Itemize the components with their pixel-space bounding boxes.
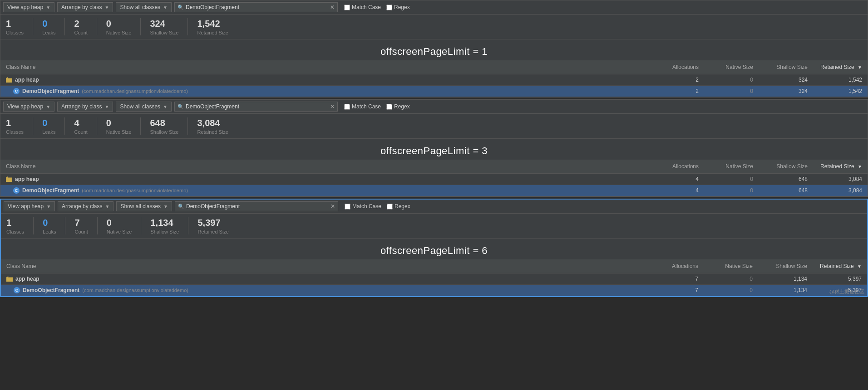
th-allocations: Allocations xyxy=(650,161,704,171)
td-class-name: CDemoObjectFragment (com.madchan.designa… xyxy=(0,86,650,97)
close-icon[interactable]: ✕ xyxy=(330,203,335,210)
chevron-down-icon: ▼ xyxy=(105,204,109,209)
show-dropdown[interactable]: Show all classes▼ xyxy=(116,102,172,112)
stats-row: 1 Classes 0 Leaks 7 Count 0 Native Size … xyxy=(1,214,867,239)
td-retained-size: 5,397 xyxy=(813,273,867,284)
class-icon: C xyxy=(13,187,20,194)
arrange-dropdown[interactable]: Arrange by class▼ xyxy=(57,2,113,12)
search-input[interactable] xyxy=(186,203,329,210)
close-icon[interactable]: ✕ xyxy=(330,103,335,110)
table-row[interactable]: CDemoObjectFragment (com.madchan.designa… xyxy=(0,86,868,97)
th-class-name: Class Name xyxy=(0,62,650,72)
td-shallow-size: 324 xyxy=(759,86,813,97)
td-allocations: 7 xyxy=(649,273,704,284)
regex-label[interactable]: Regex xyxy=(387,203,410,210)
stat-label: Shallow Size xyxy=(150,30,178,35)
stat-item-leaks: 0 Leaks xyxy=(42,18,65,35)
stat-value: 0 xyxy=(42,18,47,29)
arrange-dropdown[interactable]: Arrange by class▼ xyxy=(57,102,113,112)
stat-value: 0 xyxy=(43,217,48,228)
stat-value: 0 xyxy=(42,117,47,128)
stat-item-classes: 1 Classes xyxy=(6,117,33,135)
table-header: Class NameAllocationsNative SizeShallow … xyxy=(0,160,868,174)
row-name: app heap xyxy=(15,77,39,83)
close-icon[interactable]: ✕ xyxy=(330,4,335,10)
td-native-size: 0 xyxy=(704,86,759,97)
search-box: 🔍 ✕ xyxy=(174,102,338,112)
view-dropdown[interactable]: View app heap▼ xyxy=(3,2,54,12)
match-case-label[interactable]: Match Case xyxy=(344,103,381,110)
show-dropdown-label: Show all classes xyxy=(120,203,161,210)
view-dropdown[interactable]: View app heap▼ xyxy=(3,102,54,112)
th-class-name: Class Name xyxy=(1,261,649,271)
arrange-dropdown[interactable]: Arrange by class▼ xyxy=(58,201,113,211)
regex-label[interactable]: Regex xyxy=(386,4,410,10)
search-icon: 🔍 xyxy=(178,204,184,210)
stat-item-shallow-size: 1,134 Shallow Size xyxy=(150,217,188,234)
td-native-size: 0 xyxy=(704,285,758,296)
show-dropdown[interactable]: Show all classes▼ xyxy=(116,2,172,12)
chevron-down-icon: ▼ xyxy=(104,5,109,10)
chevron-down-icon: ▼ xyxy=(46,204,51,209)
match-case-checkbox[interactable] xyxy=(344,104,350,110)
view-dropdown-label: View app heap xyxy=(7,4,43,10)
td-shallow-size: 648 xyxy=(759,185,813,196)
toolbar: View app heap▼Arrange by class▼Show all … xyxy=(0,0,868,15)
th-shallow-size: Shallow Size xyxy=(759,62,813,72)
folder-icon xyxy=(6,276,13,282)
filter-checkboxes: Match Case Regex xyxy=(344,103,410,110)
filter-checkboxes: Match Case Regex xyxy=(345,203,410,210)
stat-item-count: 2 Count xyxy=(74,18,97,35)
search-icon: 🔍 xyxy=(178,5,184,10)
regex-checkbox[interactable] xyxy=(386,104,392,110)
td-allocations: 7 xyxy=(649,285,704,296)
td-class-name: app heap xyxy=(0,174,650,185)
th-retained-size[interactable]: Retained Size ▼ xyxy=(813,62,868,72)
match-case-checkbox[interactable] xyxy=(344,5,350,10)
view-dropdown-label: View app heap xyxy=(8,203,44,210)
stat-value: 5,397 xyxy=(197,217,220,228)
stat-label: Count xyxy=(74,129,87,135)
toolbar: View app heap▼Arrange by class▼Show all … xyxy=(0,100,868,114)
toolbar: View app heap▼Arrange by class▼Show all … xyxy=(1,200,867,214)
search-input[interactable] xyxy=(186,103,328,110)
td-retained-size: 3,084 xyxy=(813,185,868,196)
show-dropdown[interactable]: Show all classes▼ xyxy=(116,201,172,211)
th-retained-size[interactable]: Retained Size ▼ xyxy=(813,261,867,271)
chevron-down-icon: ▼ xyxy=(163,104,168,109)
stat-value: 1,542 xyxy=(197,18,220,29)
stat-label: Native Size xyxy=(107,229,132,234)
stat-item-leaks: 0 Leaks xyxy=(42,117,65,135)
search-input[interactable] xyxy=(186,4,328,10)
view-dropdown[interactable]: View app heap▼ xyxy=(4,201,55,211)
td-right: 701,1345,397 xyxy=(649,273,867,284)
table-row[interactable]: app heap406483,084 xyxy=(0,174,868,185)
td-shallow-size: 1,134 xyxy=(758,273,813,284)
stat-label: Retained Size xyxy=(197,30,228,35)
td-native-size: 0 xyxy=(704,185,759,196)
match-case-label[interactable]: Match Case xyxy=(344,4,381,10)
stat-item-shallow-size: 648 Shallow Size xyxy=(150,117,188,135)
stat-label: Leaks xyxy=(42,129,55,135)
table-row[interactable]: CDemoObjectFragment (com.madchan.designa… xyxy=(1,285,867,296)
td-allocations: 2 xyxy=(650,74,704,85)
regex-checkbox[interactable] xyxy=(386,5,392,10)
stat-item-leaks: 0 Leaks xyxy=(43,217,65,234)
stat-value: 648 xyxy=(150,117,165,128)
match-case-checkbox[interactable] xyxy=(345,204,350,210)
table-row[interactable]: app heap701,1345,397 xyxy=(1,273,867,285)
th-retained-size[interactable]: Retained Size ▼ xyxy=(813,161,868,171)
stat-value: 2 xyxy=(74,18,79,29)
table-row[interactable]: app heap203241,542 xyxy=(0,74,868,86)
regex-checkbox[interactable] xyxy=(387,204,393,210)
stat-value: 1,134 xyxy=(150,217,173,228)
view-dropdown-label: View app heap xyxy=(7,103,43,110)
td-allocations: 2 xyxy=(650,86,704,97)
show-dropdown-label: Show all classes xyxy=(120,4,160,10)
search-box: 🔍 ✕ xyxy=(174,2,338,12)
table-row[interactable]: CDemoObjectFragment (com.madchan.designa… xyxy=(0,185,868,196)
td-retained-size: 1,542 xyxy=(813,86,868,97)
regex-label[interactable]: Regex xyxy=(386,103,410,110)
stat-label: Classes xyxy=(6,129,24,135)
match-case-label[interactable]: Match Case xyxy=(345,203,381,210)
